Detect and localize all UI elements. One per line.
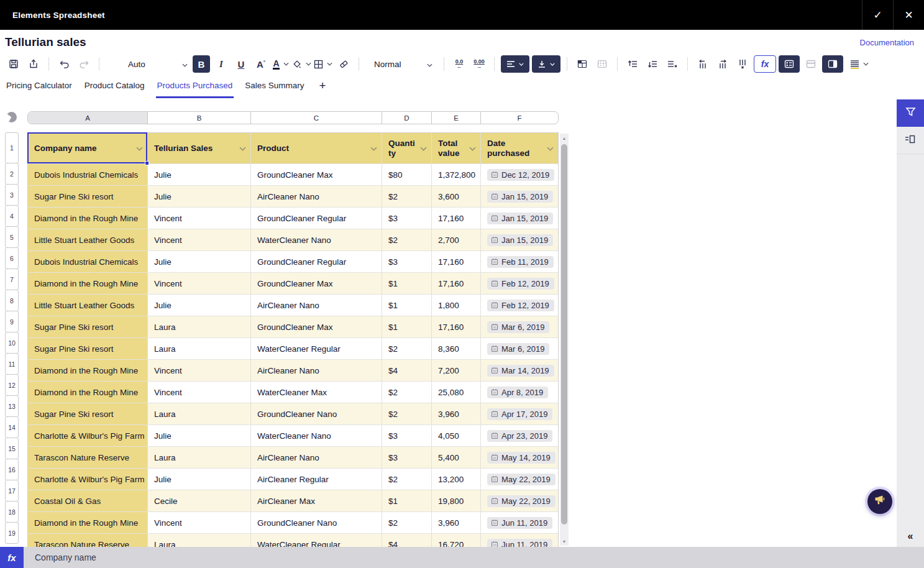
date-chip[interactable]: Feb 11, 2019 bbox=[487, 256, 554, 268]
delete-column-button[interactable] bbox=[734, 55, 751, 73]
delete-row-button[interactable] bbox=[664, 55, 681, 73]
cell-B15[interactable]: Laura bbox=[148, 447, 251, 469]
formula-toggle-button[interactable]: fx bbox=[754, 55, 776, 73]
fill-handle[interactable] bbox=[145, 161, 149, 165]
cell-F14[interactable]: Apr 23, 2019 bbox=[481, 425, 558, 447]
cell-D7[interactable]: $1 bbox=[382, 273, 432, 295]
row-header-12[interactable]: 12 bbox=[5, 374, 19, 396]
insert-row-above-button[interactable] bbox=[624, 55, 641, 73]
date-chip[interactable]: May 22, 2019 bbox=[487, 495, 556, 507]
cell-F13[interactable]: Apr 17, 2019 bbox=[481, 403, 558, 425]
cell-A8[interactable]: Little Stuart Leather Goods bbox=[28, 295, 148, 316]
cell-A19[interactable]: Tarascon Nature Reserve bbox=[28, 534, 148, 547]
row-header-16[interactable]: 16 bbox=[5, 459, 19, 480]
column-header-C[interactable]: C bbox=[251, 112, 382, 124]
collapse-sidebar-button[interactable]: « bbox=[897, 531, 924, 542]
insert-column-right-button[interactable] bbox=[714, 55, 731, 73]
column-header-A[interactable]: A bbox=[28, 112, 148, 124]
merge-cells-button[interactable] bbox=[574, 55, 591, 73]
cell-A17[interactable]: Coastal Oil & Gas bbox=[28, 490, 148, 512]
filter-chevron-icon[interactable] bbox=[370, 144, 377, 153]
tab-sales-summary[interactable]: Sales Summary bbox=[244, 80, 305, 96]
row-header-3[interactable]: 3 bbox=[5, 184, 19, 206]
cell-A16[interactable]: Charlotte & Wilbur's Pig Farm bbox=[28, 469, 148, 490]
row-header-8[interactable]: 8 bbox=[5, 290, 19, 311]
row-height-button[interactable] bbox=[846, 55, 873, 73]
row-header-13[interactable]: 13 bbox=[5, 395, 19, 417]
tab-products-purchased[interactable]: Products Purchased bbox=[156, 80, 234, 98]
cell-F7[interactable]: Feb 12, 2019 bbox=[481, 273, 558, 295]
column-header-D[interactable]: D bbox=[382, 112, 432, 124]
cell-D12[interactable]: $2 bbox=[382, 382, 432, 403]
vertical-align-button[interactable] bbox=[532, 55, 560, 73]
cell-E18[interactable]: 3,960 bbox=[432, 512, 481, 534]
cell-C7[interactable]: GroundCleaner Max bbox=[251, 273, 382, 295]
select-all-button[interactable] bbox=[6, 112, 17, 122]
header-cell-F1[interactable]: Date purchased bbox=[481, 133, 558, 164]
cell-F3[interactable]: Jan 15, 2019 bbox=[481, 186, 558, 208]
announcements-button[interactable] bbox=[867, 489, 892, 514]
tab-pricing-calculator[interactable]: Pricing Calculator bbox=[5, 80, 73, 96]
cell-B9[interactable]: Laura bbox=[148, 316, 251, 338]
date-chip[interactable]: Mar 6, 2019 bbox=[487, 321, 549, 333]
cell-F18[interactable]: Jun 11, 2019 bbox=[481, 512, 558, 534]
date-chip[interactable]: Apr 23, 2019 bbox=[487, 430, 552, 442]
cell-A10[interactable]: Sugar Pine Ski resort bbox=[28, 338, 148, 360]
row-header-6[interactable]: 6 bbox=[5, 247, 19, 269]
cell-B16[interactable]: Julie bbox=[148, 469, 251, 490]
format-panel-button[interactable] bbox=[897, 127, 924, 154]
cell-A2[interactable]: Dubois Industrial Chemicals bbox=[28, 164, 148, 186]
cell-E3[interactable]: 3,600 bbox=[432, 186, 481, 208]
cell-B2[interactable]: Julie bbox=[148, 164, 251, 186]
cell-C9[interactable]: GroundCleaner Max bbox=[251, 316, 382, 338]
cell-D3[interactable]: $2 bbox=[382, 186, 432, 208]
row-header-17[interactable]: 17 bbox=[5, 480, 19, 502]
cell-E5[interactable]: 2,700 bbox=[432, 229, 481, 251]
cell-F2[interactable]: Dec 12, 2019 bbox=[481, 164, 558, 186]
header-cell-C1[interactable]: Product bbox=[251, 133, 382, 164]
row-header-7[interactable]: 7 bbox=[5, 268, 19, 290]
insert-row-below-button[interactable] bbox=[644, 55, 661, 73]
filter-button[interactable] bbox=[897, 99, 924, 127]
row-header-9[interactable]: 9 bbox=[5, 311, 19, 332]
cell-E16[interactable]: 13,200 bbox=[432, 469, 481, 490]
cell-E2[interactable]: 1,372,800 bbox=[432, 164, 481, 186]
row-header-14[interactable]: 14 bbox=[5, 416, 19, 438]
add-sheet-button[interactable]: + bbox=[319, 80, 326, 92]
cell-D18[interactable]: $2 bbox=[382, 512, 432, 534]
cell-C16[interactable]: AirCleaner Regular bbox=[251, 469, 382, 490]
date-chip[interactable]: Jun 11, 2019 bbox=[487, 517, 552, 529]
cell-E4[interactable]: 17,160 bbox=[432, 208, 481, 229]
cell-A6[interactable]: Dubois Industrial Chemicals bbox=[28, 251, 148, 273]
date-chip[interactable]: Jan 15, 2019 bbox=[487, 213, 553, 224]
cell-E9[interactable]: 17,160 bbox=[432, 316, 481, 338]
formula-input[interactable]: Company name bbox=[35, 552, 96, 562]
cell-D13[interactable]: $2 bbox=[382, 403, 432, 425]
cell-B14[interactable]: Julie bbox=[148, 425, 251, 447]
cell-F5[interactable]: Jan 15, 2019 bbox=[481, 229, 558, 251]
cell-B5[interactable]: Vincent bbox=[148, 229, 251, 251]
cell-B3[interactable]: Julie bbox=[148, 186, 251, 208]
cell-B19[interactable]: Laura bbox=[148, 534, 251, 547]
cell-F16[interactable]: May 22, 2019 bbox=[481, 469, 558, 490]
bold-button[interactable]: B bbox=[193, 55, 210, 73]
cell-B6[interactable]: Julie bbox=[148, 251, 251, 273]
cell-D14[interactable]: $3 bbox=[382, 425, 432, 447]
column-header-B[interactable]: B bbox=[148, 112, 251, 124]
cell-D11[interactable]: $4 bbox=[382, 360, 432, 382]
cell-F19[interactable]: Jun 11, 2019 bbox=[481, 534, 558, 547]
cell-C5[interactable]: WaterCleaner Nano bbox=[251, 229, 382, 251]
italic-button[interactable]: I bbox=[213, 55, 230, 73]
cell-B12[interactable]: Vincent bbox=[148, 382, 251, 403]
row-header-19[interactable]: 19 bbox=[5, 522, 19, 544]
cell-B18[interactable]: Vincent bbox=[148, 512, 251, 534]
unmerge-cells-button[interactable] bbox=[593, 55, 611, 73]
date-chip[interactable]: Mar 14, 2019 bbox=[487, 365, 554, 377]
text-color-button[interactable]: A bbox=[272, 55, 290, 73]
cell-A14[interactable]: Charlotte & Wilbur's Pig Farm bbox=[28, 425, 148, 447]
cell-E17[interactable]: 19,800 bbox=[432, 490, 481, 512]
cell-E7[interactable]: 17,160 bbox=[432, 273, 481, 295]
redo-button[interactable] bbox=[75, 55, 93, 73]
cell-A15[interactable]: Tarascon Nature Reserve bbox=[28, 447, 148, 469]
cell-A3[interactable]: Sugar Pine Ski resort bbox=[28, 186, 148, 208]
